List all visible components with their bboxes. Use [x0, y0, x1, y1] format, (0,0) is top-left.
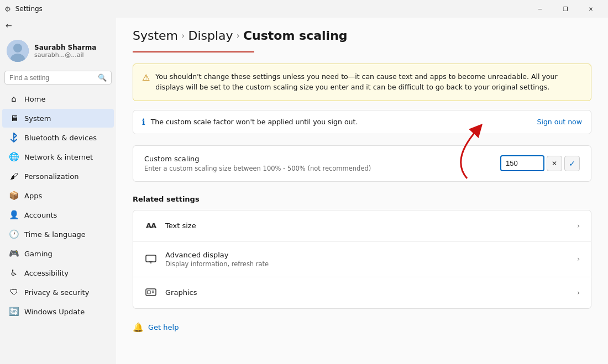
scaling-input[interactable]: [500, 155, 544, 171]
sidebar-label-windows-update: Windows Update: [24, 308, 85, 316]
sidebar-item-privacy[interactable]: 🛡 Privacy & security: [2, 283, 114, 302]
breadcrumb: System › Display › Custom scaling: [133, 29, 591, 43]
advanced-display-icon: [144, 252, 158, 266]
advanced-display-title: Advanced display: [165, 251, 569, 259]
sidebar-label-accessibility: Accessibility: [24, 269, 69, 277]
text-size-content: Text size: [165, 221, 569, 230]
sidebar-item-bluetooth[interactable]: Bluetooth & devices: [2, 128, 114, 147]
sidebar-item-gaming[interactable]: 🎮 Gaming: [2, 244, 114, 263]
sidebar-item-accessibility[interactable]: ♿ Accessibility: [2, 263, 114, 282]
titlebar-title: Settings: [15, 5, 43, 13]
get-help-icon: 🔔: [133, 322, 144, 333]
sidebar-item-time[interactable]: 🕐 Time & language: [2, 225, 114, 244]
user-name: Saurabh Sharma: [34, 44, 109, 51]
sidebar-item-personalization[interactable]: 🖌 Personalization: [2, 167, 114, 186]
settings-row-text-size[interactable]: AA Text size ›: [133, 210, 591, 242]
graphics-chevron: ›: [577, 289, 580, 297]
breadcrumb-custom-scaling: Custom scaling: [243, 29, 348, 43]
advanced-display-subtitle: Display information, refresh rate: [165, 260, 569, 268]
search-box[interactable]: 🔍: [4, 71, 112, 85]
sidebar-label-gaming: Gaming: [24, 250, 53, 258]
sidebar-item-home[interactable]: ⌂ Home: [2, 89, 114, 108]
bluetooth-icon: [9, 133, 19, 143]
related-settings-title: Related settings: [133, 195, 591, 203]
apps-icon: 📦: [9, 191, 19, 201]
text-size-chevron: ›: [577, 222, 580, 230]
user-profile[interactable]: Saurabh Sharma saurabh...@...ail: [0, 33, 116, 68]
sidebar: ← Saurabh Sharma saurabh...@...ail 🔍: [0, 18, 116, 364]
user-email: saurabh...@...ail: [34, 51, 109, 59]
sidebar-label-bluetooth: Bluetooth & devices: [24, 134, 97, 142]
scaling-header: Custom scaling Enter a custom scaling si…: [144, 155, 580, 172]
sign-out-link[interactable]: Sign out now: [537, 118, 582, 126]
graphics-content: Graphics: [165, 288, 569, 297]
sidebar-item-network[interactable]: 🌐 Network & internet: [2, 147, 114, 166]
warning-text: You shouldn't change these settings unle…: [155, 72, 582, 93]
sidebar-label-network: Network & internet: [24, 153, 93, 161]
network-icon: 🌐: [9, 152, 19, 162]
scaling-title-block: Custom scaling Enter a custom scaling si…: [144, 155, 500, 172]
graphics-title: Graphics: [165, 288, 569, 297]
windows-update-icon: 🔄: [9, 307, 19, 316]
custom-scaling-card: Custom scaling Enter a custom scaling si…: [133, 145, 591, 182]
warning-banner: ⚠ You shouldn't change these settings un…: [133, 64, 591, 101]
settings-row-graphics[interactable]: Graphics ›: [133, 277, 591, 308]
scaling-title: Custom scaling: [144, 155, 500, 163]
svg-rect-7: [148, 291, 150, 294]
sidebar-label-system: System: [24, 114, 51, 123]
app-container: ← Saurabh Sharma saurabh...@...ail 🔍: [0, 18, 608, 364]
scaling-subtitle: Enter a custom scaling size between 100%…: [144, 165, 500, 172]
back-button[interactable]: ←: [0, 18, 116, 33]
get-help[interactable]: 🔔 Get help: [133, 322, 591, 333]
sidebar-label-accounts: Accounts: [24, 211, 57, 219]
info-banner: ℹ The custom scale factor won't be appli…: [133, 110, 591, 134]
sidebar-label-privacy: Privacy & security: [24, 288, 89, 297]
scaling-clear-button[interactable]: ✕: [547, 156, 562, 171]
minimize-button[interactable]: ─: [527, 0, 553, 18]
info-icon: ℹ: [142, 117, 145, 127]
advanced-display-content: Advanced display Display information, re…: [165, 251, 569, 268]
search-input[interactable]: [9, 74, 95, 82]
user-info: Saurabh Sharma saurabh...@...ail: [34, 44, 109, 59]
close-button[interactable]: ✕: [578, 0, 604, 18]
settings-row-advanced-display[interactable]: Advanced display Display information, re…: [133, 242, 591, 277]
titlebar-left: ⚙ Settings: [4, 5, 43, 13]
scaling-input-group: ✕ ✓: [500, 155, 580, 171]
advanced-display-chevron: ›: [577, 255, 580, 263]
gaming-icon: 🎮: [9, 249, 19, 259]
related-settings-card: AA Text size › Advanced display Dis: [133, 210, 591, 309]
breadcrumb-display[interactable]: Display: [188, 29, 233, 43]
sidebar-item-windows-update[interactable]: 🔄 Windows Update: [2, 302, 114, 321]
sidebar-item-apps[interactable]: 📦 Apps: [2, 186, 114, 205]
svg-rect-3: [146, 255, 156, 262]
sidebar-label-apps: Apps: [24, 192, 42, 200]
breadcrumb-underline: [133, 51, 254, 52]
privacy-icon: 🛡: [9, 287, 19, 297]
avatar: [7, 40, 29, 62]
text-size-title: Text size: [165, 221, 569, 230]
restore-button[interactable]: ❐: [553, 0, 578, 18]
warning-icon: ⚠: [142, 72, 150, 83]
sidebar-nav: ⌂ Home 🖥 System Bluetooth & devices 🌐 Ne…: [0, 89, 116, 321]
text-size-icon: AA: [144, 219, 158, 233]
graphics-icon: [144, 286, 158, 299]
breadcrumb-sep-2: ›: [237, 30, 240, 41]
breadcrumb-sep-1: ›: [181, 30, 185, 41]
main-content: System › Display › Custom scaling ⚠ You …: [116, 18, 608, 364]
accounts-icon: 👤: [9, 210, 19, 220]
svg-point-1: [13, 44, 22, 52]
sidebar-item-accounts[interactable]: 👤 Accounts: [2, 205, 114, 224]
search-icon: 🔍: [98, 73, 107, 82]
sidebar-item-system[interactable]: 🖥 System: [2, 109, 114, 128]
titlebar-controls: ─ ❐ ✕: [527, 0, 604, 18]
sidebar-label-home: Home: [24, 95, 45, 103]
sidebar-label-personalization: Personalization: [24, 172, 79, 181]
system-icon: 🖥: [9, 113, 19, 123]
personalization-icon: 🖌: [9, 171, 19, 181]
time-icon: 🕐: [9, 229, 19, 239]
breadcrumb-system[interactable]: System: [133, 29, 178, 43]
home-icon: ⌂: [9, 94, 19, 104]
info-text: The custom scale factor won't be applied…: [151, 118, 532, 126]
scaling-confirm-button[interactable]: ✓: [564, 156, 580, 171]
get-help-link[interactable]: Get help: [148, 323, 179, 331]
